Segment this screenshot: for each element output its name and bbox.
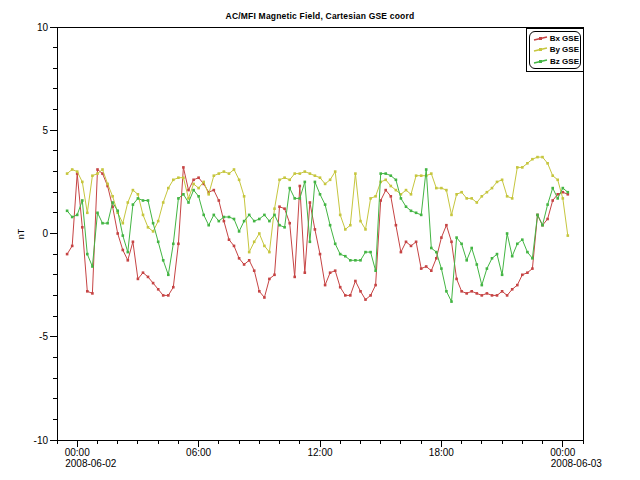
data-point [268, 278, 271, 281]
data-point [207, 193, 210, 196]
data-point [567, 234, 570, 237]
data-point [182, 166, 185, 169]
data-point [496, 181, 499, 184]
data-point [486, 191, 489, 194]
data-point [137, 278, 140, 281]
data-point [364, 228, 367, 231]
bz-line-marker-icon [533, 57, 548, 66]
data-point [551, 174, 554, 177]
data-point [329, 179, 332, 182]
data-point [334, 170, 337, 173]
data-point [238, 179, 241, 182]
data-point [218, 199, 221, 202]
data-point [213, 174, 216, 177]
data-point [455, 236, 458, 239]
data-point [213, 189, 216, 192]
data-point [556, 193, 559, 196]
data-point [132, 203, 135, 206]
data-point [435, 187, 438, 190]
data-point [177, 176, 180, 179]
y-axis-label: nT [16, 228, 26, 239]
data-point [268, 251, 271, 254]
data-point [177, 197, 180, 200]
data-point [364, 251, 367, 254]
data-point [71, 168, 74, 171]
data-point [430, 247, 433, 250]
data-point [546, 162, 549, 165]
data-point [486, 267, 489, 270]
data-point [440, 187, 443, 190]
data-point [213, 214, 216, 217]
data-point [273, 207, 276, 210]
data-point [506, 294, 509, 297]
data-point [137, 193, 140, 196]
data-point [314, 228, 317, 231]
data-point [278, 179, 281, 182]
data-point [324, 284, 327, 287]
y-tick-label: 0 [42, 228, 48, 239]
data-point [395, 224, 398, 227]
data-point [172, 243, 175, 246]
data-point [420, 214, 423, 217]
data-point [258, 290, 261, 293]
data-point [152, 282, 155, 285]
data-point [258, 232, 261, 235]
data-point [556, 197, 559, 200]
data-point [546, 218, 549, 221]
data-point [541, 156, 544, 159]
data-point [501, 274, 504, 277]
data-point [531, 158, 534, 161]
data-point [562, 191, 565, 194]
data-point [157, 241, 160, 244]
data-point [233, 168, 236, 171]
data-point [111, 201, 114, 204]
data-point [546, 203, 549, 206]
data-point [66, 253, 69, 256]
data-point [531, 267, 534, 270]
data-point [476, 201, 479, 204]
data-point [405, 189, 408, 192]
data-point [526, 271, 529, 274]
data-point [187, 201, 190, 204]
data-point [440, 236, 443, 239]
data-point [71, 216, 74, 219]
legend-box: Bx GSE By GSE Bz GSE [526, 28, 584, 72]
legend-item-label: Bx GSE [550, 34, 579, 43]
data-point [86, 253, 89, 256]
data-point [470, 247, 473, 250]
data-point [238, 257, 241, 260]
legend-frame: Bx GSE By GSE Bz GSE [529, 31, 581, 69]
data-point [359, 290, 362, 293]
data-point [187, 189, 190, 192]
data-point [511, 197, 514, 200]
data-point [415, 174, 418, 177]
data-point [197, 176, 200, 179]
data-point [86, 290, 89, 293]
data-point [233, 245, 236, 248]
data-point [562, 197, 565, 200]
data-point [445, 224, 448, 227]
data-point [283, 226, 286, 229]
data-point [354, 172, 357, 175]
data-point [273, 214, 276, 217]
data-point [127, 251, 130, 254]
data-point [440, 267, 443, 270]
data-point [420, 267, 423, 270]
chart-title: AC/MFI Magnetic Field, Cartesian GSE coo… [226, 11, 415, 21]
x-tick-label: 18:00 [429, 447, 454, 458]
data-point [465, 197, 468, 200]
data-point [76, 214, 79, 217]
legend-item-by: By GSE [533, 44, 579, 55]
data-point [354, 259, 357, 262]
data-point [238, 230, 241, 233]
data-point [101, 222, 104, 225]
data-point [420, 174, 423, 177]
data-point [425, 168, 428, 171]
data-point [390, 185, 393, 188]
data-point [516, 166, 519, 169]
data-point [374, 195, 377, 198]
data-point [470, 197, 473, 200]
data-point [460, 191, 463, 194]
data-point [106, 183, 109, 186]
data-point [506, 232, 509, 235]
